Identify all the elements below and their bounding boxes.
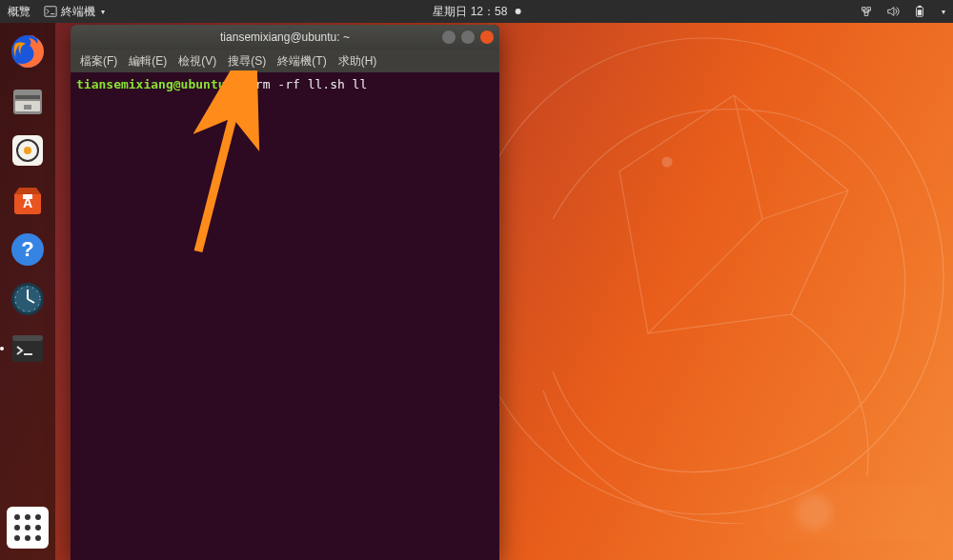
clock-time: 12：58: [471, 4, 508, 20]
rhythmbox-icon: [9, 131, 47, 170]
terminal-icon: [9, 330, 47, 368]
dock-item-rhythmbox[interactable]: [7, 130, 49, 171]
svg-rect-5: [918, 10, 922, 15]
dock: A ?: [0, 23, 55, 560]
menu-view[interactable]: 檢視(V): [174, 51, 220, 71]
svg-rect-10: [24, 105, 31, 110]
terminal-window: tiansemixiang@ubuntu: ~ 檔案(F) 編輯(E) 檢視(V…: [71, 25, 499, 560]
command-text: rm -rf ll.sh ll: [255, 77, 367, 91]
close-button[interactable]: [480, 30, 494, 44]
prompt-user-host: tiansemixiang@ubuntu: [76, 77, 226, 91]
clock[interactable]: 星期日 12：58: [433, 4, 521, 20]
terminal-body[interactable]: tiansemixiang@ubuntu:~$ rm -rf ll.sh ll: [71, 72, 499, 560]
app-menu[interactable]: 終端機 ▾: [44, 4, 105, 20]
system-status-area[interactable]: ▾: [860, 5, 945, 18]
battery-icon: [913, 5, 926, 18]
dock-item-software[interactable]: A: [7, 179, 49, 221]
firefox-icon: [9, 32, 47, 70]
dock-item-files[interactable]: [7, 80, 49, 122]
software-icon: A: [9, 181, 47, 219]
menu-edit[interactable]: 編輯(E): [125, 51, 171, 71]
clock-icon: [9, 280, 47, 318]
prompt-sep2: $: [240, 77, 248, 91]
dock-item-clocks[interactable]: [7, 278, 49, 320]
help-icon: ?: [9, 230, 47, 269]
menu-search[interactable]: 搜尋(S): [224, 51, 270, 71]
maximize-button[interactable]: [461, 30, 475, 44]
network-icon: [860, 5, 873, 18]
chevron-down-icon: ▾: [101, 8, 105, 16]
svg-text:?: ?: [21, 237, 33, 261]
menu-help[interactable]: 求助(H): [335, 51, 381, 71]
terminal-menu-icon: [44, 5, 57, 18]
activities-button[interactable]: 概覽: [8, 4, 30, 20]
watermark: [762, 484, 934, 541]
top-panel: 概覽 終端機 ▾ 星期日 12：58 ▾: [0, 0, 953, 23]
app-menu-label: 終端機: [61, 4, 95, 20]
window-title: tiansemixiang@ubuntu: ~: [220, 30, 350, 44]
files-icon: [9, 82, 47, 120]
volume-icon: [886, 5, 900, 18]
dock-item-help[interactable]: ?: [7, 229, 49, 270]
svg-rect-4: [918, 6, 922, 8]
svg-rect-2: [45, 7, 56, 17]
svg-rect-22: [12, 335, 43, 341]
dock-item-firefox[interactable]: [7, 30, 49, 72]
show-applications-button[interactable]: [7, 507, 49, 549]
svg-point-1: [662, 157, 672, 167]
dock-item-terminal[interactable]: [7, 328, 49, 370]
menu-bar: 檔案(F) 編輯(E) 檢視(V) 搜尋(S) 終端機(T) 求助(H): [71, 50, 499, 72]
chevron-down-icon: ▾: [942, 8, 945, 16]
clock-day: 星期日: [433, 4, 467, 20]
menu-terminal[interactable]: 終端機(T): [274, 51, 330, 71]
svg-point-13: [24, 147, 31, 154]
svg-text:A: A: [23, 195, 32, 210]
notification-dot-icon: [515, 9, 520, 14]
origami-bird-wallpaper-graphic: [457, 29, 953, 524]
svg-rect-8: [15, 95, 40, 99]
title-bar[interactable]: tiansemixiang@ubuntu: ~: [71, 25, 499, 50]
minimize-button[interactable]: [442, 30, 456, 44]
menu-file[interactable]: 檔案(F): [76, 51, 121, 71]
